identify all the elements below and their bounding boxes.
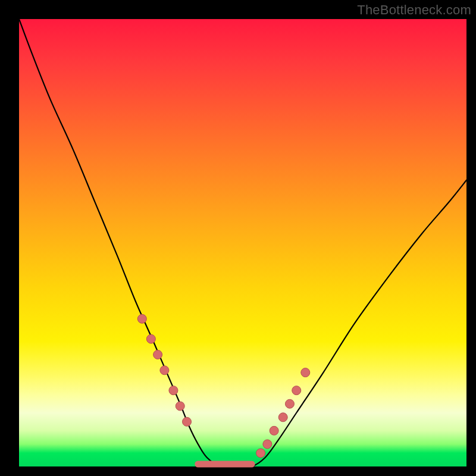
data-marker	[154, 350, 162, 359]
marker-cluster-right	[256, 368, 310, 458]
data-marker	[137, 314, 146, 323]
data-marker	[146, 334, 155, 343]
chart-frame: TheBottleneck.com	[0, 0, 476, 476]
chart-svg	[19, 19, 466, 466]
marker-cluster-left	[137, 314, 191, 426]
data-marker	[160, 366, 169, 375]
data-marker	[183, 417, 192, 426]
data-marker	[285, 399, 294, 408]
data-marker	[176, 402, 184, 411]
data-marker	[292, 386, 301, 395]
data-marker	[301, 368, 310, 377]
data-marker	[169, 386, 178, 395]
data-marker	[278, 413, 287, 422]
data-marker	[270, 426, 278, 435]
data-marker	[263, 440, 272, 449]
data-marker	[256, 449, 265, 458]
watermark-text: TheBottleneck.com	[357, 2, 471, 18]
bottleneck-curve	[19, 19, 466, 467]
plot-area	[19, 19, 466, 466]
